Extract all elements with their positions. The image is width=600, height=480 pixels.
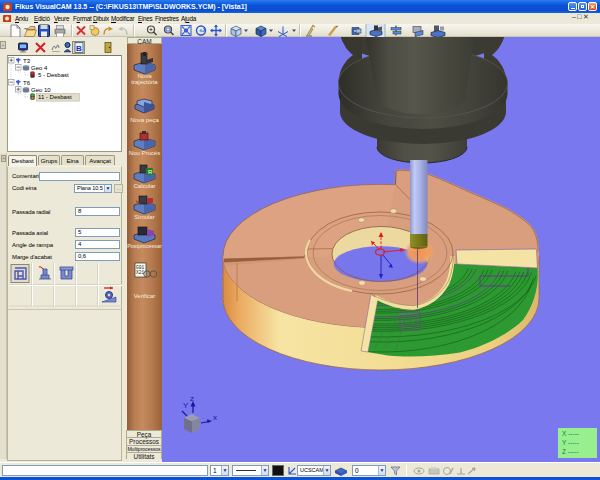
svg-text:x: x bbox=[213, 413, 217, 422]
svg-text:Y: Y bbox=[183, 401, 189, 410]
svg-text:11 - Desbast: 11 - Desbast bbox=[38, 94, 72, 100]
svg-text:z: z bbox=[190, 394, 194, 403]
svg-text:Geo 4: Geo 4 bbox=[31, 65, 48, 71]
svg-text:5 - Desbast: 5 - Desbast bbox=[38, 72, 69, 78]
svg-text:X -----: X ----- bbox=[562, 430, 579, 437]
svg-text:R: R bbox=[148, 169, 153, 175]
svg-text:Z -----: Z ----- bbox=[562, 448, 579, 455]
svg-text:X21: X21 bbox=[136, 270, 144, 275]
svg-text:Geo 10: Geo 10 bbox=[31, 87, 51, 93]
svg-text:T6: T6 bbox=[23, 80, 31, 86]
svg-text:T3: T3 bbox=[23, 58, 31, 64]
svg-text:B: B bbox=[76, 44, 82, 53]
svg-text:Y -----: Y ----- bbox=[562, 439, 579, 446]
